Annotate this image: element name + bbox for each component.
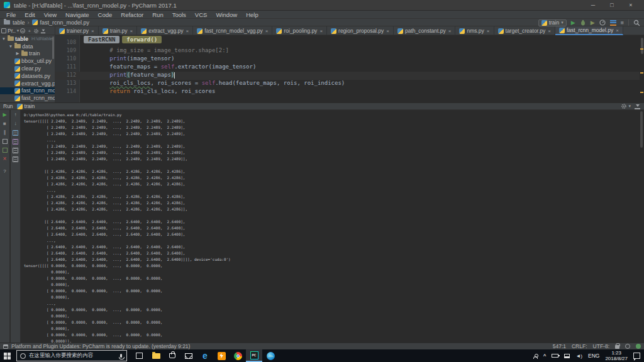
tab-train.py[interactable]: train.py× [99,26,138,35]
tab-roi_pooling.py[interactable]: roi_pooling.py× [272,26,327,35]
tree-item-train[interactable]: ▶train [0,50,55,58]
tab-close-icon[interactable]: × [448,28,452,34]
tab-close-icon[interactable]: × [548,28,551,34]
tab-path_constant.py[interactable]: path_constant.py× [394,26,455,35]
tree-item-fast_rcnn_model_vgg.py[interactable]: fast_rcnn_model_vgg.py [0,94,55,102]
code-line[interactable]: print(feature_maps) [82,72,640,80]
code-line[interactable]: print(image_tensor) [82,55,640,63]
tree-collapsed-icon[interactable]: ▶ [15,51,20,56]
volume-icon[interactable]: ◄) [575,353,582,359]
globe-app-icon[interactable] [262,349,279,362]
taskbar-search[interactable]: 在这里输入你要搜索的内容 [16,350,127,361]
code-line[interactable]: return roi_cls_locs, roi_scores [82,88,640,96]
menu-item-help[interactable]: Help [242,11,263,19]
breadcrumb-project[interactable]: table [13,19,25,26]
hide-panel-icon[interactable] [41,28,45,33]
event-log-icon[interactable] [3,344,8,349]
battery-icon[interactable] [552,354,558,358]
stop-button[interactable]: ■ [621,19,624,26]
menu-item-navigate[interactable]: Navigate [61,11,94,19]
highlighting-level-icon[interactable] [625,344,630,349]
locate-file-icon[interactable]: + [26,28,32,34]
file-explorer-icon[interactable] [148,349,164,362]
close-tab-button[interactable]: × [3,156,7,162]
debug-button[interactable] [580,19,586,26]
tab-fast_rcnn_model.py[interactable]: fast_rcnn_model.py× [555,26,623,35]
tree-expanded-icon[interactable]: ▼ [8,44,13,48]
restore-layout-button[interactable] [3,138,8,145]
code-line[interactable]: roi_cls_locs, roi_scores = self.head(fea… [82,80,640,88]
tab-close-icon[interactable]: × [130,28,133,34]
line-ending-select[interactable]: CRLF: [572,343,587,349]
attach-button[interactable] [3,147,8,153]
hide-panel-icon[interactable] [635,104,640,109]
language-indicator[interactable]: ENG [588,353,599,359]
gear-icon[interactable] [33,28,39,34]
project-panel-header[interactable]: Pr.. ▾ + [0,26,55,35]
down-stacktrace-button[interactable]: ↓ [14,121,17,127]
flash-app-icon[interactable] [213,349,230,362]
console-scrollbar[interactable] [640,111,643,148]
breadcrumb-file[interactable]: fast_rcnn_model.py [40,19,90,26]
tab-target_creator.py[interactable]: target_creator.py× [494,26,555,35]
network-icon[interactable] [564,354,570,358]
hidden-icons-chevron[interactable]: ^ [543,353,547,359]
menu-item-edit[interactable]: Edit [20,11,39,19]
tab-trainer.py[interactable]: trainer.py× [55,26,99,35]
soft-wrap-button[interactable] [13,129,18,136]
notification-badge[interactable] [636,344,641,349]
caret-position[interactable]: 547:1 [553,343,566,349]
editor-scrollbar[interactable] [641,38,643,54]
code-line[interactable] [82,39,640,47]
project-scrollbar[interactable] [52,36,54,59]
status-message[interactable]: Platform and Plugin Updates: PyCharm is … [11,343,550,349]
run-config-select[interactable]: train ▾ [538,19,567,26]
print-button[interactable] [13,147,18,153]
error-stripe-mark[interactable] [640,72,643,74]
scroll-to-end-button[interactable] [13,138,18,145]
tab-extract_vgg.py[interactable]: extract_vgg.py× [137,26,193,35]
gear-icon[interactable]: ▾ [621,103,631,109]
code-line[interactable]: # img_size = image_tensor.shape[2:] [82,47,640,55]
start-button[interactable] [0,349,16,362]
tab-close-icon[interactable]: × [487,28,490,34]
tree-item-table[interactable]: ▼tableH:\dl\table [0,35,55,43]
microsoft-store-icon[interactable] [164,349,180,362]
chevron-down-icon[interactable]: ▾ [17,28,19,33]
breadcrumb-method[interactable]: forward() [122,36,162,43]
run-button[interactable]: ▶ [571,19,575,26]
maximize-button[interactable]: □ [602,0,621,10]
collapse-all-icon[interactable] [20,28,25,33]
profiler-button[interactable] [599,19,606,26]
clear-console-button[interactable] [13,156,18,162]
menu-item-code[interactable]: Code [94,11,117,19]
menu-item-view[interactable]: View [40,11,61,19]
minimize-button[interactable]: ─ [584,0,602,10]
stop-button[interactable]: ■ [3,121,6,127]
pycharm-taskbar-icon[interactable]: PC [246,349,262,362]
tree-item-datasets.py[interactable]: datasets.py [0,72,55,80]
error-stripe-mark[interactable] [640,92,643,93]
task-view-icon[interactable] [136,353,143,359]
project-panel-title[interactable]: Pr.. [8,28,16,34]
tree-item-bbox_util.py[interactable]: bbox_util.py [0,57,55,65]
action-center-icon[interactable] [633,353,640,359]
menu-item-window[interactable]: Window [211,11,242,19]
concurrency-diagram-button[interactable] [610,20,616,26]
error-stripe-mark[interactable] [640,48,643,50]
up-stacktrace-button[interactable]: ↑ [14,112,17,118]
tree-item-fast_rcnn_model.py[interactable]: fast_rcnn_model.py [0,87,55,95]
pause-output-button[interactable]: ∥ [4,129,6,136]
tab-close-icon[interactable]: × [616,28,619,33]
chrome-icon[interactable] [230,349,246,362]
menu-item-vcs[interactable]: VCS [191,11,212,19]
menu-item-file[interactable]: File [2,11,20,19]
run-with-coverage-button[interactable]: ▶ [591,19,595,26]
search-everywhere-icon[interactable] [633,19,640,26]
menu-item-tools[interactable]: Tools [168,11,191,19]
tab-region_proposal.py[interactable]: region_proposal.py× [327,26,394,35]
edge-icon[interactable]: e [197,349,213,362]
tree-item-data[interactable]: ▼data [0,43,55,50]
editor-code[interactable]: # img_size = image_tensor.shape[2:] prin… [82,39,640,96]
tab-close-icon[interactable]: × [319,28,323,34]
